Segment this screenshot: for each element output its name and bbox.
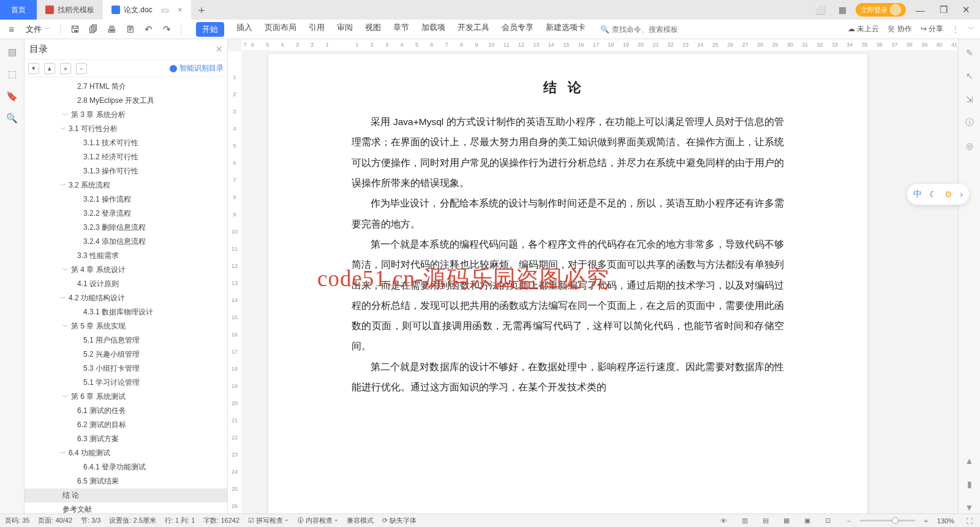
outline-item[interactable]: 3.1.1 技术可行性 bbox=[24, 136, 227, 150]
zoom-value[interactable]: 130% bbox=[937, 517, 954, 525]
status-line[interactable]: 行: 1 列: 1 bbox=[165, 516, 195, 525]
outline-item[interactable]: 5.1 用户信息管理 bbox=[24, 333, 227, 347]
outline-item[interactable]: 3.3 性能需求 bbox=[24, 249, 227, 263]
menu-review[interactable]: 审阅 bbox=[337, 22, 353, 37]
outline-item[interactable]: 5.2 兴趣小组管理 bbox=[24, 347, 227, 362]
tab-add[interactable]: ＋ bbox=[191, 0, 212, 20]
eye-icon[interactable]: 👁 bbox=[718, 517, 730, 525]
view1-icon[interactable]: ▥ bbox=[739, 517, 751, 525]
outline-item[interactable]: 3.1.3 操作可行性 bbox=[24, 164, 227, 178]
outline-item[interactable]: 5.1 学习讨论管理 bbox=[24, 376, 227, 390]
outline-item[interactable]: ﹀6.4 功能测试 bbox=[24, 446, 227, 460]
save-icon[interactable]: 🖫 bbox=[68, 23, 81, 36]
remove-heading-icon[interactable]: − bbox=[76, 63, 87, 74]
select-icon[interactable]: ↖ bbox=[963, 70, 976, 82]
preview-icon[interactable]: 🖹 bbox=[123, 23, 137, 36]
page-up-icon[interactable]: ▲ bbox=[963, 455, 976, 467]
horizontal-ruler[interactable]: 7654321123456789101112131415161718192021… bbox=[241, 39, 958, 50]
print-icon[interactable]: 🖶 bbox=[105, 23, 118, 36]
outline-item[interactable]: ﹀第 5 章 系统实现 bbox=[24, 319, 227, 333]
undo-icon[interactable]: ↶ bbox=[141, 23, 155, 36]
ime-icon[interactable]: 中 bbox=[913, 189, 922, 200]
collab-button[interactable]: 웃 协作 bbox=[888, 24, 911, 34]
document-page[interactable]: 结论 采用 Java+Mysql 的方式设计制作的英语互助小程序，在功能上可以满… bbox=[268, 54, 867, 514]
outline-item[interactable]: 3.2.1 操作流程 bbox=[24, 192, 227, 207]
outline-item[interactable]: ﹀3.2 系统流程 bbox=[24, 178, 227, 192]
apps-icon[interactable]: ▦ bbox=[834, 2, 851, 17]
setting-icon[interactable]: ⚙ bbox=[944, 189, 952, 199]
outline-icon[interactable]: ▤ bbox=[6, 45, 19, 59]
outline-item[interactable]: 6.3 测试方案 bbox=[24, 432, 227, 446]
outline-item[interactable]: 3.2.4 添加信息流程 bbox=[24, 235, 227, 249]
login-button[interactable]: 立即登录 bbox=[856, 3, 906, 17]
outline-item[interactable]: 5.3 小组打卡管理 bbox=[24, 362, 227, 376]
fit-icon[interactable]: ⊡ bbox=[822, 517, 834, 525]
float-toolbar[interactable]: 中 ☾ ⚙ › bbox=[907, 184, 969, 205]
outline-item[interactable]: 6.2 测试的目标 bbox=[24, 418, 227, 432]
close-icon[interactable]: × bbox=[178, 5, 183, 15]
tab-layout-icon[interactable]: ▭ bbox=[161, 5, 169, 15]
zoom-in-icon[interactable]: + bbox=[920, 517, 932, 525]
view3-icon[interactable]: ▦ bbox=[780, 517, 793, 525]
outline-close-icon[interactable]: × bbox=[216, 43, 222, 56]
status-page[interactable]: 页面: 40/42 bbox=[38, 516, 72, 525]
outline-item[interactable]: 6.5 测试结果 bbox=[24, 474, 227, 488]
search-icon[interactable]: 🔍 bbox=[6, 112, 19, 125]
scrollbar-thumb[interactable]: ▮ bbox=[963, 478, 976, 490]
menu-vip[interactable]: 会员专享 bbox=[502, 22, 533, 37]
menu-start[interactable]: 开始 bbox=[196, 22, 224, 37]
fullscreen-icon[interactable]: ⛶ bbox=[963, 517, 975, 525]
expand-all-icon[interactable]: ▾ bbox=[28, 63, 39, 74]
outline-item[interactable]: ﹀第 3 章 系统分析 bbox=[24, 108, 227, 122]
close-button[interactable]: ✕ bbox=[957, 4, 975, 15]
outline-item[interactable]: 6.1 测试的任务 bbox=[24, 404, 227, 418]
outline-item[interactable]: ﹀3.1 可行性分析 bbox=[24, 122, 227, 136]
outline-item[interactable]: 结 论 bbox=[24, 488, 227, 502]
add-heading-icon[interactable]: + bbox=[60, 63, 71, 74]
status-spellcheck[interactable]: ☑ 拼写检查 ⁃ bbox=[248, 516, 288, 525]
tab-document[interactable]: 论文.doc▭× bbox=[103, 0, 191, 20]
menu-insert[interactable]: 插入 bbox=[236, 22, 252, 37]
file-menu[interactable]: 文件﹀ bbox=[23, 24, 53, 35]
outline-item[interactable]: 2.7 HTML 简介 bbox=[24, 80, 227, 94]
outline-item[interactable]: ﹀4.2 功能结构设计 bbox=[24, 291, 227, 305]
status-compat[interactable]: 兼容模式 bbox=[347, 516, 374, 525]
menu-dev[interactable]: 开发工具 bbox=[458, 22, 489, 37]
status-missing-font[interactable]: ⟳ 缺失字体 bbox=[382, 516, 417, 525]
cloud-status[interactable]: ☁ 未上云 bbox=[848, 24, 879, 34]
loc-icon[interactable]: ◎ bbox=[963, 140, 976, 152]
status-section[interactable]: 节: 3/3 bbox=[81, 516, 100, 525]
collapse-all-icon[interactable]: ▴ bbox=[44, 63, 55, 74]
view2-icon[interactable]: ▤ bbox=[760, 517, 772, 525]
edit-icon[interactable]: ✎ bbox=[963, 47, 976, 59]
menu-layout[interactable]: 页面布局 bbox=[265, 22, 296, 37]
collapse-icon[interactable]: ﹀ bbox=[968, 24, 975, 34]
redo-icon[interactable]: ↷ bbox=[160, 23, 173, 36]
ai-icon[interactable]: ⓘ bbox=[963, 116, 976, 129]
zoom-slider[interactable] bbox=[860, 520, 915, 521]
outline-item[interactable]: 2.8 MyEclipse 开发工具 bbox=[24, 94, 227, 108]
tab-home[interactable]: 首页 bbox=[0, 0, 37, 20]
tab-templates[interactable]: 找稻壳模板 bbox=[37, 0, 103, 20]
zoom-control[interactable]: − + 130% bbox=[843, 517, 954, 525]
outline-item[interactable]: 3.2.2 登录流程 bbox=[24, 207, 227, 221]
outline-item[interactable]: 3.1.2 经济可行性 bbox=[24, 150, 227, 164]
vertical-ruler[interactable]: 1234567891011121314151617181920212223242… bbox=[228, 51, 241, 514]
menu-view[interactable]: 视图 bbox=[365, 22, 381, 37]
outline-item[interactable]: 4.1 设计原则 bbox=[24, 277, 227, 291]
outline-item[interactable]: 3.2.3 删除信息流程 bbox=[24, 221, 227, 235]
bookmark-icon[interactable]: 🔖 bbox=[6, 89, 19, 103]
status-pageno[interactable]: 页码: 35 bbox=[5, 516, 29, 525]
minimize-button[interactable]: — bbox=[911, 5, 930, 15]
more-icon[interactable]: ⋮ bbox=[952, 25, 959, 34]
menu-newtab[interactable]: 新建选项卡 bbox=[546, 22, 586, 37]
moon-icon[interactable]: ☾ bbox=[929, 189, 937, 199]
status-words[interactable]: 字数: 16242 bbox=[203, 516, 239, 525]
maximize-button[interactable]: ❐ bbox=[935, 4, 952, 15]
share-button[interactable]: ↪ 分享 bbox=[921, 24, 943, 34]
pane-icon[interactable]: ⬚ bbox=[6, 67, 19, 81]
menu-addon[interactable]: 加载项 bbox=[421, 22, 445, 37]
outline-item[interactable]: ﹀第 6 章 系统测试 bbox=[24, 390, 227, 404]
expand-icon[interactable]: › bbox=[960, 189, 963, 199]
smart-outline[interactable]: 智能识别目录 bbox=[170, 63, 224, 74]
